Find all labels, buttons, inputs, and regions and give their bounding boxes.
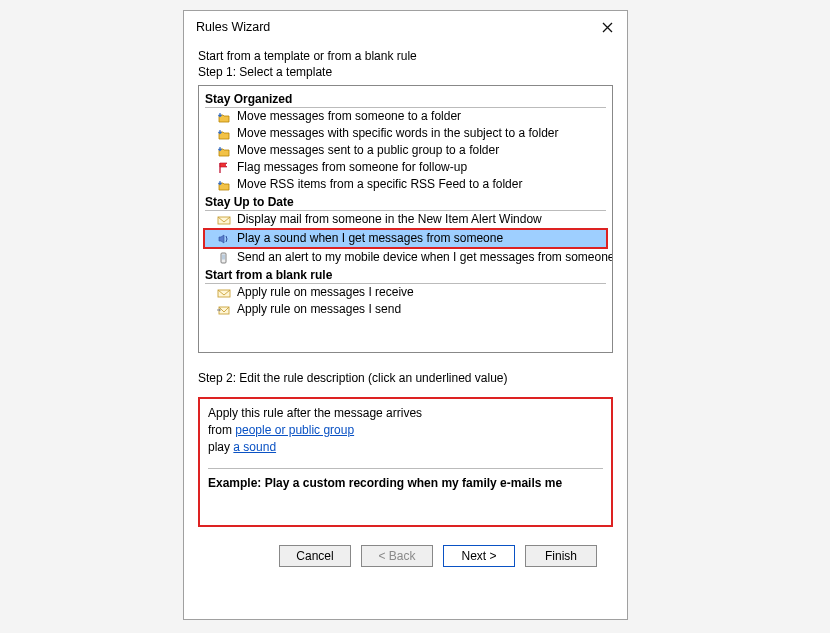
- template-item-move-subject-words[interactable]: Move messages with specific words in the…: [205, 125, 606, 142]
- template-item-display-alert[interactable]: Display mail from someone in the New Ite…: [205, 211, 606, 228]
- template-item-apply-receive[interactable]: Apply rule on messages I receive: [205, 284, 606, 301]
- template-item-label: Move messages from someone to a folder: [237, 108, 461, 125]
- template-item-label: Move messages with specific words in the…: [237, 125, 558, 142]
- template-item-label: Play a sound when I get messages from so…: [237, 230, 503, 247]
- template-item-label: Display mail from someone in the New Ite…: [237, 211, 542, 228]
- speaker-icon: [217, 233, 231, 245]
- dialog-content: Start from a template or from a blank ru…: [184, 41, 627, 577]
- desc-example: Example: Play a custom recording when my…: [208, 475, 603, 492]
- template-item-label: Send an alert to my mobile device when I…: [237, 249, 613, 266]
- link-a-sound[interactable]: a sound: [233, 440, 276, 454]
- template-item-move-public-group[interactable]: Move messages sent to a public group to …: [205, 142, 606, 159]
- close-button[interactable]: [597, 17, 617, 37]
- section-header-blank: Start from a blank rule: [205, 268, 606, 284]
- template-item-label: Apply rule on messages I receive: [237, 284, 414, 301]
- template-item-mobile-alert[interactable]: Send an alert to my mobile device when I…: [205, 249, 606, 266]
- link-people-or-group[interactable]: people or public group: [235, 423, 354, 437]
- close-icon: [602, 22, 613, 33]
- envelope-out-icon: [217, 304, 231, 316]
- back-button[interactable]: < Back: [361, 545, 433, 567]
- svg-rect-2: [222, 254, 225, 259]
- desc-line-3-prefix: play: [208, 440, 233, 454]
- phone-icon: [217, 252, 231, 264]
- desc-divider: [208, 468, 603, 469]
- envelope-in-icon: [217, 287, 231, 299]
- desc-line-3: play a sound: [208, 439, 603, 456]
- template-item-apply-send[interactable]: Apply rule on messages I send: [205, 301, 606, 318]
- button-row: Cancel < Back Next > Finish: [198, 527, 613, 567]
- template-item-label: Apply rule on messages I send: [237, 301, 401, 318]
- template-item-move-rss[interactable]: Move RSS items from a specific RSS Feed …: [205, 176, 606, 193]
- intro-line-1: Start from a template or from a blank ru…: [198, 49, 613, 63]
- desc-line-1: Apply this rule after the message arrive…: [208, 405, 603, 422]
- next-button[interactable]: Next >: [443, 545, 515, 567]
- template-item-label: Flag messages from someone for follow-up: [237, 159, 467, 176]
- move-folder-icon: [217, 111, 231, 123]
- move-folder-icon: [217, 128, 231, 140]
- titlebar: Rules Wizard: [184, 11, 627, 41]
- envelope-icon: [217, 214, 231, 226]
- template-listbox[interactable]: Stay Organized Move messages from someon…: [198, 85, 613, 353]
- rules-wizard-dialog: Rules Wizard Start from a template or fr…: [183, 10, 628, 620]
- rule-description-box: Apply this rule after the message arrive…: [198, 397, 613, 527]
- template-item-play-sound[interactable]: Play a sound when I get messages from so…: [203, 228, 608, 249]
- finish-button[interactable]: Finish: [525, 545, 597, 567]
- cancel-button[interactable]: Cancel: [279, 545, 351, 567]
- intro-line-2: Step 1: Select a template: [198, 65, 613, 79]
- move-folder-icon: [217, 179, 231, 191]
- move-folder-icon: [217, 145, 231, 157]
- intro-text: Start from a template or from a blank ru…: [198, 49, 613, 79]
- section-header-uptodate: Stay Up to Date: [205, 195, 606, 211]
- dialog-title: Rules Wizard: [196, 20, 270, 34]
- template-item-label: Move RSS items from a specific RSS Feed …: [237, 176, 522, 193]
- desc-line-2-prefix: from: [208, 423, 235, 437]
- template-item-move-from-someone[interactable]: Move messages from someone to a folder: [205, 108, 606, 125]
- template-item-flag-followup[interactable]: Flag messages from someone for follow-up: [205, 159, 606, 176]
- flag-icon: [217, 162, 231, 174]
- step2-label: Step 2: Edit the rule description (click…: [198, 371, 613, 385]
- section-header-organized: Stay Organized: [205, 92, 606, 108]
- template-item-label: Move messages sent to a public group to …: [237, 142, 499, 159]
- desc-line-2: from people or public group: [208, 422, 603, 439]
